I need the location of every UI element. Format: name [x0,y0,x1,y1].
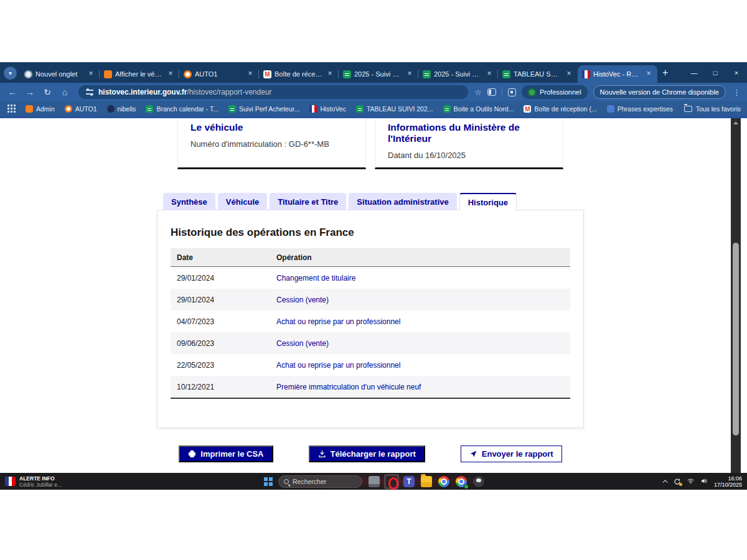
scrollbar[interactable] [731,118,741,473]
report-tab[interactable]: Titulaire et Titre [270,193,346,210]
reload-icon[interactable]: ↻ [40,87,55,97]
taskbar-app[interactable] [367,474,382,489]
taskbar-app[interactable] [471,474,486,489]
download-icon [318,450,326,458]
scrollbar-thumb[interactable] [733,243,739,436]
browser-tab[interactable]: Nouvel onglet × [20,65,100,83]
news-widget-icon [5,477,16,486]
browser-tab[interactable]: AUTO1 × [179,65,259,83]
tab-close-icon[interactable]: × [246,70,255,78]
bookmark-item[interactable]: nibelis [107,105,136,113]
browser-tab[interactable]: 2025 - Suivi portefeuille c × [418,65,498,83]
clock-time: 16:06 [714,475,742,482]
table-row: 10/12/2021 Première immatriculation d'un… [171,376,570,398]
report-tab[interactable]: Synthèse [163,193,215,210]
minimize-icon[interactable]: — [684,62,705,83]
tab-close-icon[interactable]: × [485,70,494,78]
taskbar-search[interactable]: Rechercher [278,475,362,488]
maximize-icon[interactable]: □ [705,62,726,83]
bookmark-item[interactable]: TABLEAU SUIVI 202... [356,105,433,113]
report-tab[interactable]: Véhicule [218,193,267,210]
wifi-icon[interactable] [687,476,695,487]
bookmark-item[interactable]: Boite a Outils Nord... [443,105,514,113]
cell-date: 22/05/2023 [177,361,276,370]
browser-tab[interactable]: Afficher le véhicule - Adm × [100,65,179,83]
side-panel-icon[interactable] [487,88,496,96]
cell-date: 09/06/2023 [177,339,276,348]
site-info-icon[interactable] [86,90,93,95]
taskbar-app[interactable] [402,474,416,489]
browser-tabs: Nouvel onglet × Afficher le véhicule - A… [20,62,657,83]
bookmarks-bar: Admin AUTO1 nibelis Branch calen [0,101,747,118]
tab-close-icon[interactable]: × [326,70,334,78]
bookmark-star-icon[interactable]: ☆ [474,88,482,97]
report-tab-label: Véhicule [226,197,259,207]
app-icon [369,476,380,487]
avatar [528,88,536,96]
profile-chip[interactable]: Professionnel [522,85,588,99]
report-tab[interactable]: Situation administrative [349,193,456,210]
all-bookmarks-label: Tous les favoris [696,105,741,113]
print-csa-button[interactable]: Imprimer le CSA [179,446,273,462]
back-icon[interactable]: ← [5,87,20,97]
tab-favicon [502,70,510,78]
forward-icon[interactable]: → [22,87,37,97]
bookmark-favicon [65,105,72,113]
bookmark-item[interactable]: Boîte de réception (... [524,105,596,113]
taskbar: ALERTE INFO Cédric Jubillar e... Recherc… [0,473,747,490]
tab-search-icon[interactable]: ▾ [4,67,17,80]
update-label: Nouvelle version de Chrome disponible [600,88,719,96]
col-operation: Opération [276,253,564,262]
tab-title: TABLEAU SUIVI 2025 - TO [514,70,561,78]
all-bookmarks[interactable]: Tous les favoris [684,105,741,113]
bookmark-item[interactable]: Phrases expertises -... [607,105,675,113]
scrollbar-up-icon[interactable] [733,121,738,124]
volume-icon[interactable] [700,476,708,487]
web-page: Le véhicule Numéro d'immatriculation : G… [0,118,747,473]
bookmark-favicon [228,105,236,113]
taskbar-app[interactable] [454,474,469,489]
clock[interactable]: 16:06 17/10/2025 [714,475,742,488]
taskbar-apps [367,474,486,489]
address-bar[interactable]: histovec.interieur.gouv.fr/histovec/rapp… [78,85,468,99]
news-widget[interactable]: ALERTE INFO Cédric Jubillar e... [5,473,62,490]
taskbar-app[interactable] [436,474,451,489]
tab-close-icon[interactable]: × [644,70,653,78]
taskbar-app[interactable] [419,474,434,489]
tab-close-icon[interactable]: × [565,70,573,78]
desktop-screenshot: ▾ Nouvel onglet × Afficher le véhicule -… [0,0,747,560]
browser-tab[interactable]: TABLEAU SUIVI 2025 - TO × [498,65,578,83]
extensions-icon[interactable] [508,88,516,96]
apps-grid-icon[interactable] [7,105,9,106]
bookmark-label: Admin [36,105,55,113]
tab-close-icon[interactable]: × [405,70,414,78]
send-report-button[interactable]: Envoyer le rapport [461,446,562,462]
download-report-button[interactable]: Télécharger le rapport [309,446,425,462]
tray-chevron-up-icon[interactable] [662,480,667,485]
home-icon[interactable]: ⌂ [57,87,72,97]
sync-icon[interactable] [674,478,681,485]
taskbar-app[interactable] [384,474,399,489]
toolbar-divider [502,88,502,96]
new-tab-icon[interactable]: + [662,67,668,78]
bookmark-label: nibelis [118,105,136,113]
bookmark-item[interactable]: Suivi Perf Acheteur... [228,105,299,113]
tab-close-icon[interactable]: × [166,70,175,78]
bookmark-favicon [607,105,614,113]
clock-date: 17/10/2025 [714,482,742,488]
bookmark-item[interactable]: Branch calendar - T... [146,105,218,113]
report-tab[interactable]: Historique [459,193,517,211]
bookmark-item[interactable]: HistoVec [309,105,345,113]
bookmark-label: Boîte de réception (... [534,105,596,113]
browser-tab[interactable]: Boîte de réception (1 194 × [259,65,339,83]
browser-tab[interactable]: 2025 - Suivi portefeuille c × [339,65,418,83]
menu-kebab-icon[interactable]: ⋮ [731,88,742,97]
start-button-icon[interactable] [264,477,273,486]
tab-favicon [24,70,32,78]
browser-tab[interactable]: HistoVec - Rapport vende × [578,65,657,83]
bookmark-item[interactable]: AUTO1 [65,105,97,113]
bookmark-item[interactable]: Admin [26,105,55,113]
close-icon[interactable]: × [726,62,747,83]
chrome-update-chip[interactable]: Nouvelle version de Chrome disponible [593,85,726,99]
tab-close-icon[interactable]: × [87,70,95,78]
